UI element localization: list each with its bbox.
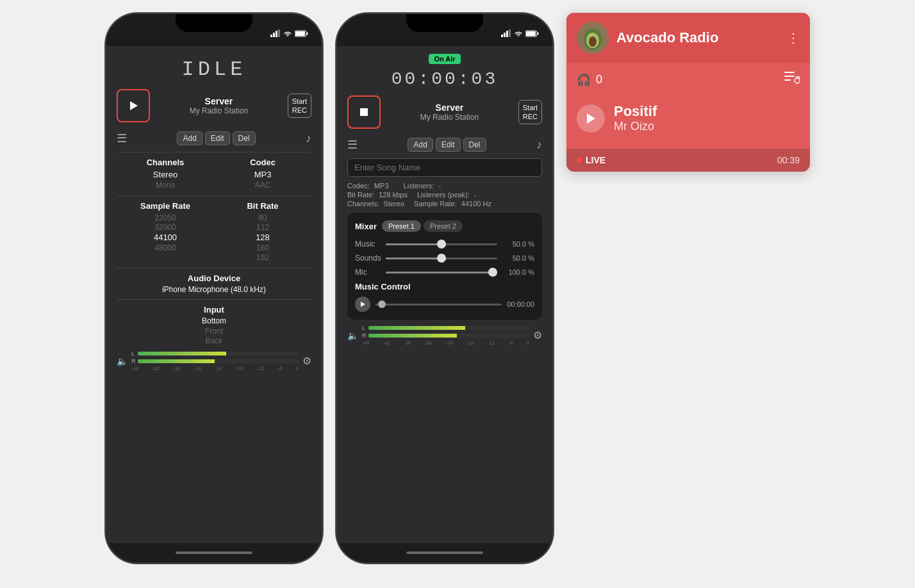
listener-count: 0 [596, 73, 602, 86]
preset2-tab[interactable]: Preset 2 [424, 220, 463, 232]
sample-rate-22050[interactable]: 22050 [117, 213, 214, 222]
phone2-playlist-icon[interactable]: ☰ [347, 138, 358, 152]
radio-card: Avocado Radio ⋮ 🎧 0 [566, 13, 810, 172]
settings-icon[interactable]: ⚙ [302, 355, 311, 367]
svg-marker-26 [587, 113, 595, 124]
music-slider[interactable] [386, 243, 497, 245]
svg-point-19 [589, 37, 597, 47]
phone2-music-icon[interactable]: ♪ [536, 138, 542, 152]
music-control-row: 00:00:00 [355, 297, 534, 312]
play-button[interactable] [117, 89, 150, 122]
codec-option1[interactable]: AAC [214, 181, 311, 190]
start-rec-button[interactable]: Start REC [288, 94, 311, 118]
mic-slider[interactable] [386, 272, 497, 274]
audio-device-value[interactable]: iPhone Microphone (48.0 kHz) [117, 285, 311, 294]
input-back[interactable]: Back [117, 336, 311, 345]
svg-rect-6 [295, 31, 305, 36]
phone2-settings-icon[interactable]: ⚙ [533, 329, 542, 341]
phone2-toolbar-row: ☰ Add Edit Del ♪ [347, 138, 542, 152]
divider1 [117, 152, 311, 152]
svg-rect-3 [278, 29, 280, 37]
phone2-notch [406, 14, 483, 32]
svg-point-23 [795, 78, 800, 83]
input-header: Input [117, 305, 311, 314]
bit-rate-112[interactable]: 112 [214, 223, 311, 232]
codec-selected[interactable]: MP3 [214, 170, 311, 179]
svg-rect-20 [784, 72, 795, 73]
phone2-meter-l-row: L [362, 325, 529, 331]
toolbar-row: ☰ Add Edit Del ♪ [117, 131, 311, 145]
preset1-tab[interactable]: Preset 1 [382, 220, 421, 232]
status-icons [270, 29, 309, 37]
song-name-input[interactable] [347, 158, 542, 177]
music-progress-bar[interactable] [375, 304, 502, 306]
volume-icon[interactable]: 🔈 [117, 356, 128, 366]
svg-rect-15 [360, 108, 368, 116]
channels-codec-section: Channels Stereo Mono Codec MP3 AAC [117, 158, 311, 190]
bit-rate-160[interactable]: 160 [214, 243, 311, 252]
music-label: Music [355, 240, 381, 249]
phone2-meter-scale: -46 -42 -36 -30 -24 -18 -12 -6 0 [362, 340, 529, 346]
live-text: LIVE [586, 155, 606, 165]
phone2-edit-button[interactable]: Edit [436, 138, 461, 152]
meter-l-fill [138, 352, 226, 355]
edit-button[interactable]: Edit [205, 131, 230, 145]
listeners-row: 🎧 0 [577, 72, 800, 88]
music-slider-thumb [437, 240, 446, 249]
stop-button[interactable] [347, 95, 381, 129]
sounds-slider[interactable] [386, 257, 497, 259]
music-play-button[interactable] [355, 297, 370, 312]
sample-rate-48000[interactable]: 48000 [117, 243, 214, 252]
server-label: Server [150, 96, 288, 106]
mic-mixer-row: Mic 100.0 % [355, 268, 534, 277]
phone2-signal-icon [501, 29, 511, 37]
phone2-start-rec-button[interactable]: Start REC [518, 100, 542, 125]
more-button[interactable]: ⋮ [787, 30, 800, 45]
sample-rate-32000[interactable]: 32000 [117, 223, 214, 232]
phone2-volume-icon[interactable]: 🔈 [347, 331, 358, 341]
music-mixer-row: Music 50.0 % [355, 240, 534, 249]
phone2-add-button[interactable]: Add [408, 138, 433, 152]
stream-info-channels: Channels: Stereo Sample Rate: 44100 Hz [347, 200, 542, 208]
phone2-meter-l-label: L [362, 325, 367, 331]
del-button[interactable]: Del [233, 131, 256, 145]
bit-rate-128[interactable]: 128 [214, 233, 311, 242]
mic-slider-fill [386, 272, 497, 274]
music-slider-fill [386, 243, 441, 245]
phone2-content: On Air 00:00:03 Server My Radio Station … [337, 46, 552, 543]
add-button[interactable]: Add [177, 131, 202, 145]
mixer-header: Mixer Preset 1 Preset 2 [355, 220, 534, 232]
music-progress-thumb [378, 300, 386, 308]
input-front[interactable]: Front [117, 327, 311, 336]
phone2-meter-r-track [368, 334, 529, 338]
svg-rect-5 [307, 32, 308, 35]
preset-tabs: Preset 1 Preset 2 [382, 220, 463, 232]
sample-rate-44100[interactable]: 44100 [117, 233, 214, 242]
radio-header: Avocado Radio ⋮ [566, 13, 810, 63]
bit-rate-192[interactable]: 192 [214, 253, 311, 262]
divider4 [117, 299, 311, 300]
phone2-toolbar-group: Add Edit Del [408, 138, 486, 152]
radio-playlist-icon[interactable] [784, 72, 800, 88]
mixer-panel: Mixer Preset 1 Preset 2 Music 50.0 % Sou… [347, 213, 542, 320]
phone2-del-button[interactable]: Del [463, 138, 486, 152]
bit-rate-80[interactable]: 80 [214, 213, 311, 222]
svg-rect-21 [784, 76, 795, 77]
channels-col: Channels Stereo Mono [117, 158, 214, 190]
sample-bit-section: Sample Rate 22050 32000 44100 48000 Bit … [117, 201, 311, 263]
channels-selected[interactable]: Stereo [117, 170, 214, 179]
input-selected[interactable]: Bottom [117, 316, 311, 325]
sounds-value: 50.0 % [502, 254, 534, 262]
svg-rect-14 [526, 31, 536, 36]
live-dot [577, 158, 582, 163]
sounds-mixer-row: Sounds 50.0 % [355, 254, 534, 263]
track-play-button[interactable] [577, 104, 605, 133]
phone2-server-info: Server My Radio Station [381, 102, 518, 122]
phone2-meter-r-label: R [362, 332, 367, 339]
playlist-icon[interactable]: ☰ [117, 131, 127, 145]
channels-option1[interactable]: Mono [117, 181, 214, 190]
radio-footer: LIVE 00:39 [566, 149, 810, 172]
track-title: Positif [614, 103, 800, 120]
meter-area: 🔈 L R -46 -42 -36 [117, 350, 311, 372]
music-icon[interactable]: ♪ [306, 132, 311, 145]
